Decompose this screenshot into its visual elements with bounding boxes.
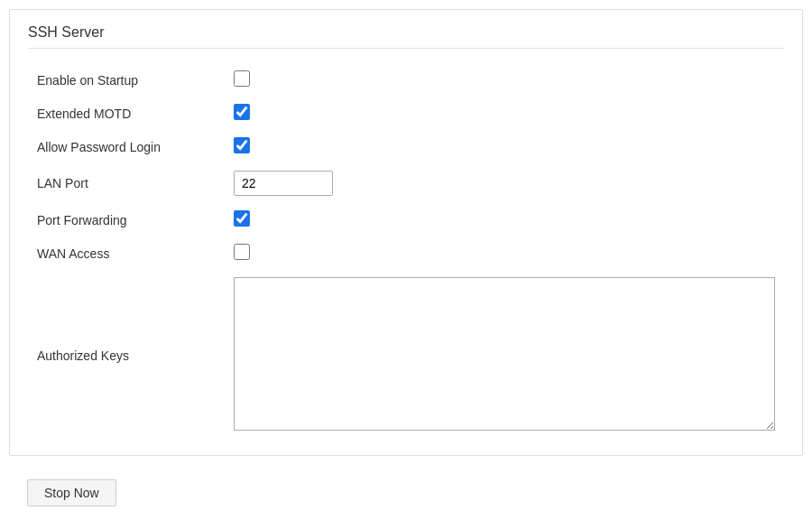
- port-forwarding-row: Port Forwarding: [28, 203, 784, 237]
- wan-access-row: WAN Access: [28, 237, 784, 270]
- authorized-keys-label: Authorized Keys: [28, 270, 225, 441]
- enable-on-startup-checkbox[interactable]: [234, 70, 250, 87]
- lan-port-label: LAN Port: [28, 163, 225, 203]
- extended-motd-row: Extended MOTD: [28, 97, 784, 130]
- panel-title: SSH Server: [28, 24, 784, 49]
- wan-access-checkbox[interactable]: [234, 244, 250, 260]
- extended-motd-label: Extended MOTD: [28, 97, 225, 130]
- authorized-keys-textarea[interactable]: [234, 277, 775, 431]
- settings-table: Enable on Startup Extended MOTD Allow Pa…: [28, 63, 784, 441]
- stop-now-button[interactable]: Stop Now: [27, 479, 116, 506]
- enable-on-startup-label: Enable on Startup: [28, 63, 225, 97]
- authorized-keys-row: Authorized Keys: [28, 270, 784, 441]
- port-forwarding-checkbox[interactable]: [234, 210, 250, 227]
- allow-password-login-checkbox[interactable]: [234, 137, 250, 153]
- enable-on-startup-row: Enable on Startup: [28, 63, 784, 97]
- allow-password-login-label: Allow Password Login: [28, 130, 225, 163]
- lan-port-input[interactable]: [234, 171, 333, 196]
- lan-port-row: LAN Port: [28, 163, 784, 203]
- extended-motd-checkbox[interactable]: [234, 104, 250, 120]
- port-forwarding-label: Port Forwarding: [28, 203, 225, 237]
- ssh-server-panel: SSH Server Enable on Startup Extended MO…: [9, 9, 803, 456]
- allow-password-login-row: Allow Password Login: [28, 130, 784, 163]
- wan-access-label: WAN Access: [28, 237, 225, 270]
